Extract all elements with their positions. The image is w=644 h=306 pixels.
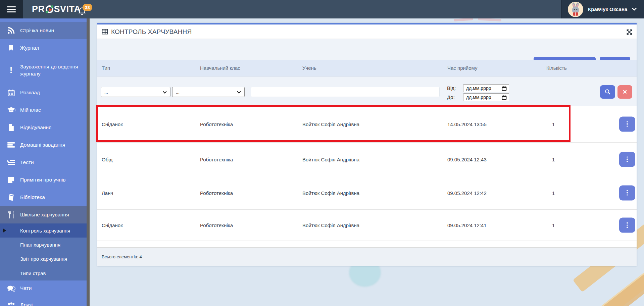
utensils-icon [5,211,17,219]
table-filter-row: ... ... Від: дд.мм.рррр До: дд.мм.рррр ✕ [97,76,637,106]
sidebar-item-label: Журнал [20,45,39,51]
sidebar-subitem-meal-control[interactable]: Контроль харчування [0,223,87,238]
row-actions-button[interactable] [619,152,635,167]
cell-class: Робототехніка [200,222,233,228]
student-filter-input[interactable] [251,87,440,97]
cell-class: Робототехніка [200,121,233,127]
panel-toolbar: ВВЕСТИ ПРИЙОМ QR ВВІД [97,39,637,60]
column-header-qty: Кількість [546,60,567,76]
row-actions-button[interactable] [619,116,635,132]
sidebar-item-friends[interactable]: Друзі [0,296,87,306]
date-from-input[interactable]: дд.мм.рррр [463,84,509,92]
search-icon [604,89,611,95]
note-icon [5,176,17,183]
fullscreen-button[interactable] [625,28,634,36]
notifications-count-badge[interactable]: 33 [83,4,92,11]
date-to-input[interactable]: дд.мм.рррр [463,93,509,101]
graduation-cap-icon [5,107,17,113]
table-header-row: Тип Навчальний клас Учень Час прийому Кі… [97,60,637,76]
sidebar-item-student-notes[interactable]: Примітки про учнів [0,171,87,189]
cell-student: Войтюк Софія Андріївна [302,156,359,162]
cell-type: Сніданок [102,121,123,127]
calendar-icon [502,95,507,100]
logo-text-left: PR [32,4,45,14]
sidebar-subitem-label: Контроль харчування [20,228,70,234]
sidebar-item-library[interactable]: Бібліотека [0,189,87,206]
panel-footer: Всього елементів: 4 [97,247,637,266]
users-icon [5,302,17,306]
clear-filters-button[interactable]: ✕ [617,85,632,99]
sidebar-item-homework[interactable]: Домашні завдання [0,136,87,154]
date-to-placeholder: дд.мм.рррр [466,95,502,100]
list-icon [5,159,17,166]
chevron-down-icon [632,8,637,11]
cell-quantity: 1 [552,190,555,196]
calendar-icon [5,89,17,97]
table-row[interactable]: Сніданок Робототехніка Войтюк Софія Андр… [97,106,637,143]
sidebar-subitem-meal-plan[interactable]: План харчування [0,238,87,252]
sidebar-item-news-feed[interactable]: Стрічка новин [0,22,87,39]
sidebar-item-journal-remarks[interactable]: ! Зауваження до ведення журналу [0,57,87,84]
sidebar-item-label: Домашні завдання [20,142,65,148]
table-row[interactable]: Ланч Робототехніка Войтюк Софія Андріївн… [97,176,637,210]
panel-header: КОНТРОЛЬ ХАРЧУВАННЯ [97,24,637,39]
avatar [568,2,583,17]
sidebar-subitem-label: Звіт про харчування [20,256,67,262]
menu-toggle-button[interactable] [0,0,23,18]
cell-quantity: 1 [552,121,555,127]
date-to-label: До: [447,93,460,101]
sidebar-scrollbar[interactable] [87,18,90,306]
sidebar-item-label: Друзі [20,302,33,306]
book-icon [5,194,17,201]
hamburger-icon [7,6,16,12]
table-row[interactable]: Обід Робототехніка Войтюк Софія Андріївн… [97,143,637,176]
sidebar-item-journal[interactable]: Журнал [0,39,87,57]
meal-control-panel: КОНТРОЛЬ ХАРЧУВАННЯ ВВЕСТИ ПРИЙОМ QR ВВІ… [97,23,637,266]
row-actions-button[interactable] [619,218,635,233]
type-filter-select[interactable]: ... [101,87,170,97]
date-from-placeholder: дд.мм.рррр [466,86,502,91]
sidebar-item-tests[interactable]: Тести [0,154,87,171]
sidebar-item-school-meals[interactable]: Шкільне харчування [0,206,87,223]
page-title: КОНТРОЛЬ ХАРЧУВАННЯ [111,28,192,36]
class-filter-select[interactable]: ... [172,87,245,97]
logo-text-right: SVITA [54,4,81,14]
cell-student: Войтюк Софія Андріївна [302,222,359,228]
sidebar-nav: Стрічка новин Журнал ! Зауваження до вед… [0,18,87,306]
sidebar-item-schedule[interactable]: Розклад [0,84,87,101]
chevron-down-icon [237,90,241,93]
cell-time: 09.05.2024 12:43 [447,156,487,162]
sidebar-subitem-dish-types[interactable]: Типи страв [0,266,87,280]
row-actions-button[interactable] [619,185,635,200]
exclamation-icon: ! [5,66,17,75]
column-header-class: Навчальний клас [200,60,240,76]
sidebar-item-label: Стрічка новин [20,27,54,34]
sidebar-subitem-label: План харчування [20,242,60,248]
table-row[interactable]: Сніданок Робототехніка Войтюк Софія Андр… [97,210,637,241]
cell-class: Робототехніка [200,156,233,162]
total-items-text: Всього елементів: 4 [102,254,142,259]
sidebar-item-label: Відвідування [20,124,52,131]
cell-time: 14.05.2024 13:55 [447,121,487,127]
cell-type: Ланч [102,190,113,196]
user-menu[interactable]: Кравчук Оксана [561,0,644,18]
column-header-time: Час прийому [447,60,478,76]
sidebar-item-label: Бібліотека [20,194,45,201]
sidebar-subitem-meal-report[interactable]: Звіт про харчування [0,252,87,266]
sidebar-item-label: Зауваження до ведення журналу [20,63,80,77]
sidebar-item-chats[interactable]: Чати [0,280,87,296]
sidebar-item-label: Чати [20,285,32,292]
bookmark-icon [5,44,17,52]
sidebar-subitem-label: Типи страв [20,270,46,276]
cell-type: Обід [102,156,112,162]
sidebar-item-label: Розклад [20,89,40,96]
cell-quantity: 1 [552,222,555,228]
sidebar-item-attendance[interactable]: Відвідування [0,119,87,136]
expand-arrows-icon [626,29,633,36]
sidebar-item-my-class[interactable]: Мій клас [0,101,87,119]
table-spacer [97,241,637,247]
top-bar: PR SVITA 33 Кравчук Оксана [0,0,644,18]
user-name: Кравчук Оксана [588,6,627,12]
cell-student: Войтюк Софія Андріївна [302,121,359,127]
search-button[interactable] [600,85,615,99]
